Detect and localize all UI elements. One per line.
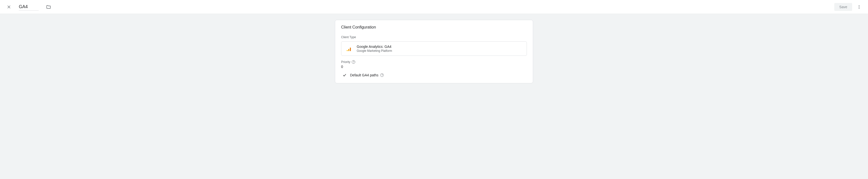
priority-value[interactable]: 0 [341, 65, 527, 69]
client-type-selector[interactable]: Google Analytics: GA4 Google Marketing P… [341, 41, 527, 56]
save-button[interactable]: Save [834, 3, 852, 11]
folder-icon [46, 4, 51, 9]
svg-point-4 [859, 8, 860, 8]
svg-rect-7 [350, 48, 351, 51]
default-paths-label-wrap: Default GA4 paths ? [350, 73, 384, 77]
priority-label: Priority [341, 60, 350, 64]
topbar-left [4, 2, 54, 12]
priority-block: Priority ? 0 [341, 60, 527, 69]
close-button[interactable] [4, 2, 14, 12]
topbar-right: Save [834, 2, 864, 12]
client-type-text: Google Analytics: GA4 Google Marketing P… [357, 44, 392, 53]
default-paths-row[interactable]: Default GA4 paths ? [341, 73, 527, 77]
default-paths-label: Default GA4 paths [350, 73, 378, 77]
page-body: Client Configuration Client Type Google … [0, 14, 868, 179]
client-name-input[interactable] [19, 3, 39, 11]
more-menu-button[interactable] [854, 2, 864, 12]
more-vert-icon [857, 5, 861, 9]
checkmark-icon [343, 73, 346, 77]
analytics-icon [345, 45, 352, 52]
topbar: Save [0, 0, 868, 14]
svg-point-3 [859, 6, 860, 7]
folder-button[interactable] [43, 2, 54, 12]
client-type-section-label: Client Type [341, 35, 527, 39]
svg-rect-5 [347, 50, 348, 51]
priority-label-row: Priority ? [341, 60, 527, 64]
card-heading: Client Configuration [341, 25, 527, 30]
client-type-platform: Google Marketing Platform [357, 49, 392, 53]
client-configuration-card: Client Configuration Client Type Google … [335, 20, 533, 83]
svg-rect-6 [348, 49, 349, 51]
svg-point-2 [859, 5, 860, 6]
client-type-name: Google Analytics: GA4 [357, 44, 392, 49]
default-paths-help-icon[interactable]: ? [380, 73, 384, 77]
close-icon [7, 5, 11, 9]
priority-help-icon[interactable]: ? [352, 60, 355, 64]
